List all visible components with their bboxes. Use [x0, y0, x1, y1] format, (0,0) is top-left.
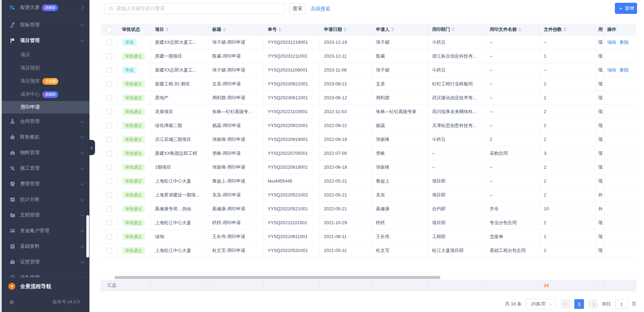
column-header-标题[interactable]: 标题: [208, 24, 264, 35]
seal-type-cell-clipped: 现: [595, 77, 604, 91]
select-all-checkbox[interactable]: [106, 27, 112, 32]
row-checkbox[interactable]: [106, 206, 112, 212]
sort-icon[interactable]: [518, 27, 521, 32]
summary-cell: [428, 280, 486, 291]
department-cell: --: [428, 160, 486, 174]
column-header-文件份数[interactable]: 文件份数: [540, 24, 595, 35]
page-scrollbar-track[interactable]: [0, 0, 2, 312]
edit-link[interactable]: 编辑: [607, 39, 616, 45]
sort-icon[interactable]: [166, 27, 169, 32]
gear-icon[interactable]: ⚙: [9, 300, 14, 305]
sidebar-scrollbar-thumb[interactable]: [86, 215, 89, 258]
page-size-select[interactable]: 20条/页: [526, 299, 556, 309]
row-checkbox[interactable]: [106, 151, 112, 156]
column-header-用印部门[interactable]: 用印部门: [428, 24, 486, 35]
sidebar-item-4[interactable]: ¥财务账款: [0, 129, 89, 145]
project-cell: 上海松江中心大厦: [151, 216, 208, 230]
sidebar-item-9[interactable]: 文档管理: [0, 207, 89, 223]
copies-cell: 2: [540, 77, 595, 91]
actions-cell: [604, 216, 636, 230]
sort-icon[interactable]: [223, 27, 226, 32]
chevron-down-icon: [80, 22, 84, 26]
sidebar-subitem-项目管理-2[interactable]: 项目预算专业版: [0, 75, 89, 88]
order-no-cell: YYSQ20221103001: [264, 105, 320, 119]
current-page-button[interactable]: 1: [574, 299, 584, 309]
next-page-button[interactable]: [588, 299, 598, 309]
add-button[interactable]: ＋ 新增: [615, 3, 637, 14]
row-select-cell: [101, 244, 118, 258]
seal-type-cell-clipped: 现: [595, 216, 604, 230]
row-checkbox[interactable]: [106, 234, 112, 239]
column-header-单号[interactable]: 单号: [264, 24, 320, 35]
doc-name-cell: --: [486, 49, 540, 63]
sidebar-item-12[interactable]: 证照管理: [0, 254, 89, 270]
row-checkbox[interactable]: [106, 95, 112, 101]
column-header-label: 申请日期: [324, 26, 342, 33]
sidebar-subitem-项目管理-0[interactable]: 项目: [0, 48, 89, 61]
status-cell: 审批通过: [118, 202, 151, 216]
column-header-用印文件名称[interactable]: 用印文件名称: [486, 24, 540, 35]
sidebar-item-10[interactable]: 资金账户管理: [0, 223, 89, 238]
sidebar-item-7[interactable]: ¥费用管理: [0, 176, 89, 192]
sidebar-collapse-handle[interactable]: [89, 140, 95, 155]
sidebar-item-13[interactable]: 设备管理: [0, 270, 89, 278]
sidebar-item-label: 项目管理: [20, 37, 40, 44]
delete-link[interactable]: 删除: [620, 39, 629, 45]
actions-cell: [604, 244, 636, 258]
sidebar-item-0[interactable]: 智慧大屏旗舰版: [0, 0, 89, 15]
sidebar-item-2[interactable]: 项目管理: [0, 33, 89, 48]
column-header-申请人[interactable]: 申请人: [372, 24, 428, 35]
sidebar-item-6[interactable]: 施工管理: [0, 160, 89, 176]
sidebar-item-11[interactable]: 基础资料: [0, 238, 89, 254]
row-checkbox[interactable]: [106, 123, 112, 128]
edit-link[interactable]: 编辑: [607, 67, 616, 73]
row-checkbox[interactable]: [106, 109, 112, 115]
sidebar-item-3[interactable]: 合同管理: [0, 113, 89, 129]
doc-name-cell: 齐全: [486, 202, 540, 216]
status-cell: 审批通过: [118, 174, 151, 188]
row-checkbox[interactable]: [106, 40, 112, 45]
panorama-nav-item[interactable]: 全景流程导航: [0, 278, 89, 295]
search-button[interactable]: 搜索: [289, 3, 306, 14]
advanced-search-link[interactable]: 高级搜索: [311, 6, 330, 12]
apply-date-cell: 2021-05-31: [320, 244, 372, 258]
sidebar-item-8[interactable]: 统计分析: [0, 192, 89, 207]
delete-link[interactable]: 删除: [620, 67, 629, 73]
sidebar-item-1[interactable]: 投标管理: [0, 17, 89, 33]
sidebar-item-5[interactable]: 物料管理: [0, 145, 89, 160]
chevron-down-icon: [80, 38, 84, 42]
column-header-申请日期[interactable]: 申请日期: [320, 24, 372, 35]
search-input[interactable]: 请输入关键字进行搜索: [104, 3, 284, 14]
column-header-项目[interactable]: 项目: [151, 24, 208, 35]
department-cell: 工程部: [428, 230, 486, 244]
stamp-icon: [9, 118, 15, 124]
goto-page-input[interactable]: 1: [615, 299, 628, 309]
prev-page-button[interactable]: [560, 299, 570, 309]
sidebar-subitem-项目管理-4[interactable]: 用印申请: [0, 101, 89, 113]
sort-icon[interactable]: [391, 27, 394, 32]
sort-icon[interactable]: [452, 27, 455, 32]
row-checkbox[interactable]: [106, 67, 112, 73]
row-checkbox[interactable]: [106, 178, 112, 184]
chevron-left-icon: [91, 146, 94, 150]
actions-cell: [604, 105, 636, 119]
row-checkbox[interactable]: [106, 192, 112, 198]
sort-icon[interactable]: [564, 27, 566, 32]
department-cell: 四川指享未来网络科...: [428, 105, 486, 119]
apply-date-cell: 2022-09-22: [320, 119, 372, 133]
row-checkbox[interactable]: [106, 165, 112, 170]
status-cell: 审批通过: [118, 216, 151, 230]
sort-icon[interactable]: [278, 27, 281, 32]
sidebar-subitem-项目管理-1[interactable]: 项目期初: [0, 61, 89, 75]
sidebar-subitem-项目管理-3[interactable]: 成本中心旗舰版: [0, 88, 89, 101]
row-checkbox[interactable]: [106, 137, 112, 142]
project-cell: 龙泉项目: [151, 105, 208, 119]
row-checkbox[interactable]: [106, 53, 112, 59]
row-checkbox[interactable]: [106, 248, 112, 253]
horizontal-scrollbar-thumb[interactable]: [114, 276, 440, 279]
seal-type-cell-clipped: 现: [595, 49, 604, 63]
row-checkbox[interactable]: [106, 81, 112, 87]
sort-icon[interactable]: [344, 27, 346, 32]
row-checkbox[interactable]: [106, 220, 112, 226]
shield-icon: ¥: [9, 181, 15, 187]
